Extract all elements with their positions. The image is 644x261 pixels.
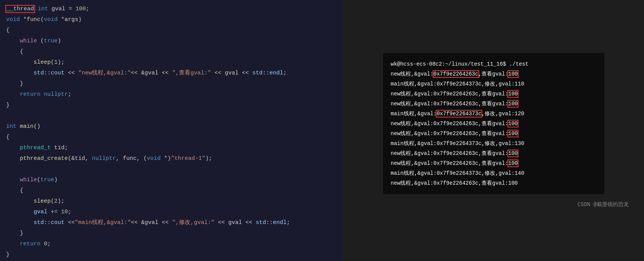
terminal-line-1: wk@hcss-ecs-08c2:~/linux/test_11_16$ ./t… bbox=[391, 59, 597, 69]
code-line-4: while (true) bbox=[6, 36, 337, 47]
terminal-line-11: new线程,&gval:0x7f9e2264263c,查看gval:100 bbox=[391, 158, 597, 168]
code-line-8: } bbox=[6, 79, 337, 89]
highlight-val-5: 100 bbox=[508, 101, 518, 107]
code-line-17: while(true) bbox=[6, 175, 337, 185]
terminal-line-13: new线程,&gval:0x7f9e2264263c,查看gval:100 bbox=[391, 178, 597, 188]
code-line-20: gval += 10; bbox=[6, 207, 337, 218]
terminal-box: wk@hcss-ecs-08c2:~/linux/test_11_16$ ./t… bbox=[383, 53, 604, 194]
code-line-13: { bbox=[6, 132, 337, 143]
code-panel: __thread int gval = 100; void *func(void… bbox=[0, 0, 343, 261]
code-line-5: { bbox=[6, 47, 337, 57]
thread-keyword: __thread bbox=[6, 6, 34, 12]
code-line-3: { bbox=[6, 25, 337, 36]
code-line-19: sleep(2); bbox=[6, 196, 337, 207]
highlight-val-8: 100 bbox=[508, 130, 518, 137]
highlight-addr-1: 0x7f9e2264263c bbox=[433, 71, 478, 77]
code-line-15: pthread_create(&tid, nullptr, func, (voi… bbox=[6, 153, 337, 164]
terminal-line-7: new线程,&gval:0x7f9e2264263c,查看gval:100 bbox=[391, 119, 597, 129]
code-line-1: __thread int gval = 100; bbox=[6, 4, 337, 14]
code-line-blank1 bbox=[6, 111, 337, 121]
code-line-21: std::cout <<"main线程,&gval:"<< &gval << "… bbox=[6, 218, 337, 228]
terminal-line-8: new线程,&gval:0x7f9e2264263c,查看gval:100 bbox=[391, 129, 597, 139]
terminal-line-9: main线程,&gval:0x7f9e2264373c,修改,gval:130 bbox=[391, 139, 597, 148]
code-line-6: sleep(1); bbox=[6, 57, 337, 68]
terminal-line-5: new线程,&gval:0x7f9e2264263c,查看gval:100 bbox=[391, 99, 597, 109]
terminal-line-4: new线程,&gval:0x7f9e2264263c,查看gval:100 bbox=[391, 89, 597, 99]
highlight-addr-6: 0x7f9e2264373c bbox=[436, 111, 481, 117]
code-line-23: return 0; bbox=[6, 239, 337, 250]
terminal-line-3: main线程,&gval:0x7f9e2264373c,修改,gval:110 bbox=[391, 79, 597, 89]
right-panel: wk@hcss-ecs-08c2:~/linux/test_11_16$ ./t… bbox=[343, 0, 644, 261]
highlight-val-7: 100 bbox=[508, 121, 518, 127]
code-line-12: int main() bbox=[6, 121, 337, 132]
terminal-line-10: new线程,&gval:0x7f9e2264263c,查看gval:100 bbox=[391, 148, 597, 158]
code-line-9: return nullptr; bbox=[6, 89, 337, 100]
watermark: CSDN @戴墨镜的恐龙 bbox=[578, 201, 636, 208]
terminal-line-6: main线程,&gval:0x7f9e2264373c,修改,gval:120 bbox=[391, 109, 597, 119]
code-line-22: } bbox=[6, 228, 337, 239]
terminal-line-12: main线程,&gval:0x7f9e2264373c,修改,gval:140 bbox=[391, 168, 597, 178]
code-line-24: } bbox=[6, 250, 337, 260]
highlight-val-4: 100 bbox=[508, 91, 518, 97]
highlight-val-10: 100 bbox=[508, 150, 518, 156]
highlight-val-11: 100 bbox=[508, 160, 518, 166]
code-line-2: void *func(void *args) bbox=[6, 14, 337, 25]
code-line-18: { bbox=[6, 185, 337, 196]
highlight-val-1: 100 bbox=[508, 71, 518, 77]
code-line-7: std::cout << "new线程,&gval:"<< &gval << "… bbox=[6, 68, 337, 79]
terminal-line-2: new线程,&gval:0x7f9e2264263c,查看gval:100 bbox=[391, 69, 597, 79]
code-line-blank2 bbox=[6, 164, 337, 175]
code-line-10: } bbox=[6, 100, 337, 111]
code-line-14: pthread_t tid; bbox=[6, 143, 337, 153]
